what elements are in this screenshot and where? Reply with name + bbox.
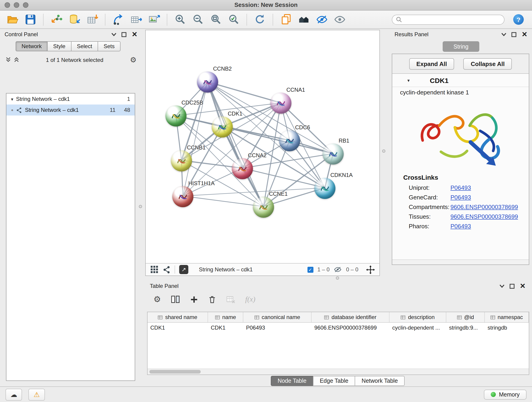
edge-CCNB2-CCNE1[interactable] [208,82,264,206]
new-network-button[interactable] [110,12,126,27]
node-CDC6[interactable] [279,130,300,151]
left-splitter-handle[interactable] [139,205,142,208]
table-collapse-button[interactable] [500,284,505,288]
column-header-description[interactable]: description [389,312,446,322]
help-button[interactable]: ? [513,14,524,25]
tab-style[interactable]: Style [47,41,71,51]
zoom-out-button[interactable] [190,12,206,27]
window-zoom-button[interactable] [23,2,28,8]
birdseye-grid-icon[interactable] [150,265,158,274]
tab-select[interactable]: Select [71,41,98,51]
zoom-fit-icon [210,13,222,26]
edge-CCNB2-CCNA1[interactable] [208,82,281,103]
results-close-button[interactable]: ✕ [522,31,527,38]
table-close-button[interactable]: ✕ [520,283,526,289]
node-CCNE1[interactable] [253,197,274,218]
results-collapse-button[interactable] [501,32,507,36]
collapse-all-button[interactable]: Collapse All [463,58,512,70]
cloud-sync-button[interactable]: ☁ [6,389,22,400]
column-header-shared-name[interactable]: shared name [147,312,208,322]
node-CCNA2[interactable] [232,158,253,179]
create-column-plus-icon[interactable] [190,295,198,303]
window-close-button[interactable] [5,2,10,8]
node-CDK1[interactable] [212,116,233,138]
node-HIST1H1A[interactable] [172,186,193,207]
edge-HIST1H1A-CCNE1[interactable] [183,196,264,206]
node-CCNB1[interactable] [171,150,192,172]
panel-collapse-button[interactable] [112,32,117,36]
gene-collapse-icon[interactable]: ▾ [407,78,410,83]
hidden-eye-icon[interactable] [334,266,342,273]
node-CDKN1A[interactable] [314,178,336,199]
tab-string[interactable]: String [443,41,479,52]
panel-close-button[interactable]: ✕ [132,31,138,38]
network-collection-row[interactable]: ▾ String Network – cdk1 1 [6,94,135,104]
window-minimize-button[interactable] [14,2,19,8]
node-CCNA1[interactable] [270,93,291,114]
results-float-button[interactable] [512,32,517,37]
import-table-button[interactable] [84,12,100,27]
expand-all-networks-button[interactable] [14,57,19,64]
table-float-button[interactable] [510,283,515,288]
toolbar-separator [247,13,247,26]
memory-button[interactable]: Memory [484,389,526,400]
expand-all-button[interactable]: Expand All [409,58,454,70]
right-splitter-handle[interactable] [382,149,385,153]
selected-checkbox-icon[interactable]: ✓ [307,267,313,273]
open-session-button[interactable] [5,12,20,27]
zoom-selected-button[interactable] [226,12,241,27]
delete-column-trash-icon[interactable] [208,295,216,304]
export-table-button[interactable] [128,12,144,27]
search-input[interactable] [404,16,500,23]
show-columns-icon[interactable] [171,295,180,303]
crosslink-link[interactable]: 9606.ENSP00000378699 [450,204,518,211]
warnings-button[interactable]: ⚠ [28,389,45,400]
collapse-all-networks-button[interactable] [6,57,11,64]
zoom-fit-button[interactable] [208,12,224,27]
birdseye-button[interactable] [296,12,312,27]
network-overview-icon[interactable] [163,266,171,274]
table-tab-edge-table[interactable]: Edge Table [313,376,355,386]
refresh-button[interactable] [252,12,268,27]
table-tab-node-table[interactable]: Node Table [271,376,313,386]
network-options-gear-icon[interactable]: ⚙ [130,56,137,64]
table-row[interactable]: CDK1CDK1P064939606.ENSP00000378699cyclin… [147,323,529,333]
table-settings-gear-icon[interactable]: ⚙ [153,296,161,303]
export-image-button[interactable] [146,12,162,27]
column-header-namespac[interactable]: namespac [485,312,529,322]
show-eye-button[interactable] [332,12,347,27]
tree-expand-icon[interactable]: ▾ [11,96,13,102]
results-horizontal-scrollbar[interactable] [392,259,529,264]
crosslink-link[interactable]: P06493 [450,194,471,201]
crosslink-link[interactable]: 9606.ENSP00000378699 [450,213,518,220]
hide-eye-button[interactable] [314,12,329,27]
network-row[interactable]: ● String Network – cdk1 11 48 [6,104,135,115]
column-header-canonical-name[interactable]: canonical name [243,312,312,322]
node-RB1[interactable] [323,143,344,165]
open-in-new-window-button[interactable]: ↗ [179,265,188,274]
column-header-database-identifier[interactable]: database identifier [312,312,389,322]
protein-structure-image [414,100,507,170]
save-session-button[interactable] [22,12,38,27]
duplicate-page-button[interactable] [278,12,294,27]
node-CDC25B[interactable] [165,105,186,127]
node-CCNB2[interactable] [197,71,218,93]
bottom-splitter-handle[interactable] [336,276,339,280]
crosslink-link[interactable]: P06493 [450,184,471,191]
table-tab-network-table[interactable]: Network Table [355,376,405,386]
import-network-button[interactable] [49,12,64,27]
import-database-button[interactable] [66,12,82,27]
search-box[interactable] [392,14,505,25]
pan-move-icon[interactable] [366,265,375,274]
column-header-@id[interactable]: @id [446,312,485,322]
column-header-name[interactable]: name [208,312,243,322]
crosslink-link[interactable]: P06493 [450,223,471,230]
tab-sets[interactable]: Sets [98,41,120,51]
scrollbar-thumb[interactable] [149,370,201,374]
zoom-in-button[interactable] [172,12,188,27]
table-horizontal-scrollbar[interactable] [147,369,529,375]
panel-float-button[interactable] [122,32,127,37]
tab-network[interactable]: Network [16,41,48,51]
network-canvas[interactable]: CCNB2CCNA1CDC25BCDK1CDC6RB1CCNB1CCNA2CDK… [146,30,380,263]
edge-CCNB2-HIST1H1A[interactable] [183,82,208,196]
